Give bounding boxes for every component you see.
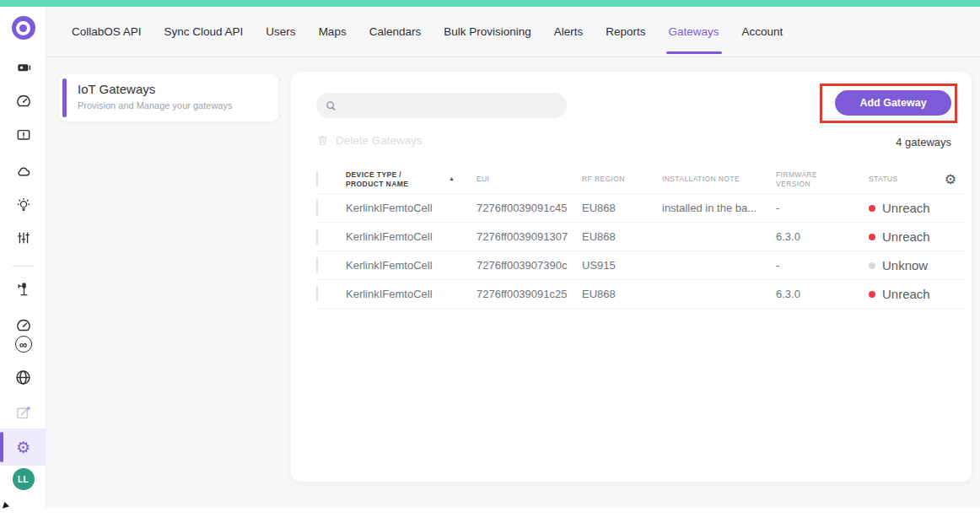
trash-icon — [316, 134, 329, 147]
status-label: Unreach — [882, 201, 930, 215]
table-row[interactable]: KerlinkIFemtoCell 7276ff0039091c45 EU868… — [316, 194, 966, 223]
idea-bulb-icon[interactable] — [0, 194, 46, 216]
add-gateway-button[interactable]: Add Gateway — [835, 90, 951, 116]
tab-collabos-api[interactable]: CollabOS API — [72, 25, 142, 38]
row-checkbox[interactable] — [316, 229, 318, 245]
row-checkbox[interactable] — [316, 257, 318, 273]
infinity-icon[interactable]: ∞ — [0, 334, 46, 354]
sort-asc-icon[interactable]: ▲ — [449, 175, 455, 181]
infinity-glyph: ∞ — [15, 336, 32, 353]
avatar: LL — [13, 468, 35, 490]
status-label: Unreach — [882, 229, 930, 244]
cloud-icon[interactable] — [0, 162, 46, 182]
cell-device-name: KerlinkIFemtoCell — [346, 288, 477, 300]
table-row[interactable]: KerlinkIFemtoCell 7276ff0039091c25 EU868… — [316, 280, 966, 309]
cell-firmware-version: 6.3.0 — [776, 288, 869, 300]
cell-firmware-version: 6.3.0 — [776, 230, 869, 243]
sidebar-item-iot-gateways[interactable]: IoT Gateways Provision and Manage your g… — [59, 74, 278, 121]
main-content: CollabOS API Sync Cloud API Users Maps C… — [46, 7, 980, 508]
cell-eui: 7276ff003907390c — [477, 259, 582, 272]
cell-status: Unreach — [869, 287, 938, 301]
cell-device-name: KerlinkIFemtoCell — [346, 259, 477, 272]
row-checkbox[interactable] — [316, 200, 318, 216]
cell-rf-region: EU868 — [582, 288, 662, 300]
sidebar-divider — [12, 266, 34, 267]
status-label: Unreach — [882, 287, 930, 301]
delete-gateways-button[interactable]: Delete Gateways — [316, 134, 423, 147]
table-header-row: Device Type / Product Name▲ EUI RF Regio… — [316, 165, 966, 194]
status-label: Unknow — [882, 258, 928, 272]
cell-status: Unknow — [869, 258, 938, 272]
tab-sync-cloud-api[interactable]: Sync Cloud API — [164, 25, 244, 38]
sliders-icon[interactable] — [0, 228, 46, 248]
podium-mic-icon[interactable] — [0, 278, 46, 300]
search-box[interactable] — [316, 93, 567, 118]
status-dot — [869, 262, 875, 269]
cell-device-name: KerlinkIFemtoCell — [346, 202, 477, 214]
delete-gateways-label: Delete Gateways — [336, 134, 423, 147]
status-dot — [869, 234, 875, 240]
table-row[interactable]: KerlinkIFemtoCell 7276ff0039091307 EU868… — [316, 223, 966, 251]
cell-installation-note: installed in the ba... — [662, 202, 776, 214]
cell-firmware-version: - — [776, 202, 869, 214]
column-firmware-version[interactable]: Firmware Version — [776, 170, 830, 188]
settings-gear-icon: ⚙ — [0, 439, 46, 456]
status-dot — [869, 291, 875, 298]
column-eui[interactable]: EUI — [477, 175, 582, 184]
tab-bulk-provisioning[interactable]: Bulk Provisioning — [444, 25, 531, 38]
table-settings-gear-icon[interactable]: ⚙ — [938, 171, 963, 187]
gear-glyph: ⚙ — [16, 439, 30, 456]
video-bar-icon[interactable] — [0, 57, 46, 78]
cell-eui: 7276ff0039091c45 — [477, 202, 582, 214]
status-dot — [869, 205, 875, 212]
gateways-card: Add Gateway Delete Gateways 4 gateways D… — [291, 72, 972, 482]
cell-status: Unreach — [869, 201, 938, 215]
table-row[interactable]: KerlinkIFemtoCell 7276ff003907390c US915… — [316, 251, 966, 280]
column-installation-note[interactable]: Installation Note — [662, 175, 776, 184]
cursor-artifact — [3, 502, 10, 510]
tab-account[interactable]: Account — [742, 25, 783, 38]
tab-reports[interactable]: Reports — [606, 25, 645, 38]
cell-rf-region: EU868 — [582, 230, 662, 243]
row-checkbox[interactable] — [316, 286, 318, 302]
tab-alerts[interactable]: Alerts — [554, 25, 584, 38]
search-input[interactable] — [337, 100, 567, 112]
column-rf-region[interactable]: RF Region — [582, 175, 662, 184]
column-name[interactable]: Device Type / Product Name — [346, 170, 440, 188]
sync-logo-icon[interactable] — [0, 16, 46, 40]
cell-device-name: KerlinkIFemtoCell — [346, 230, 477, 243]
sync-logo — [12, 16, 35, 40]
tab-bar: CollabOS API Sync Cloud API Users Maps C… — [46, 7, 980, 57]
user-avatar[interactable]: LL — [0, 468, 46, 490]
top-accent-bar — [0, 0, 980, 7]
sidebar-item-settings[interactable]: ⚙ — [0, 429, 46, 466]
tab-maps[interactable]: Maps — [319, 25, 347, 38]
gateways-table: Device Type / Product Name▲ EUI RF Regio… — [316, 165, 966, 309]
globe-icon[interactable] — [0, 367, 46, 387]
tab-gateways[interactable]: Gateways — [669, 25, 719, 38]
dashboard-icon[interactable] — [0, 91, 46, 111]
cell-rf-region: EU868 — [582, 202, 662, 214]
cell-eui: 7276ff0039091c25 — [477, 288, 582, 300]
selected-accent-bar — [62, 78, 67, 117]
sidebar: ∞ ⚙ LL — [0, 7, 46, 508]
display-alert-icon[interactable] — [0, 125, 46, 145]
dashboard2-icon[interactable] — [0, 315, 46, 336]
tab-calendars[interactable]: Calendars — [369, 25, 422, 38]
gateway-count: 4 gateways — [896, 136, 951, 148]
panel-title: IoT Gateways — [78, 82, 155, 96]
cell-rf-region: US915 — [582, 259, 662, 272]
compose-icon[interactable] — [0, 402, 46, 423]
select-all-checkbox[interactable] — [316, 171, 318, 187]
cell-eui: 7276ff0039091307 — [477, 230, 582, 243]
panel-subtitle: Provision and Manage your gateways — [78, 100, 232, 111]
tab-users[interactable]: Users — [266, 25, 295, 38]
column-status[interactable]: Status — [869, 175, 938, 184]
search-icon — [325, 100, 337, 112]
cell-status: Unreach — [869, 229, 938, 244]
cell-firmware-version: - — [776, 259, 869, 272]
app-window: ∞ ⚙ LL CollabOS API Sync Cloud API Users… — [0, 0, 980, 523]
